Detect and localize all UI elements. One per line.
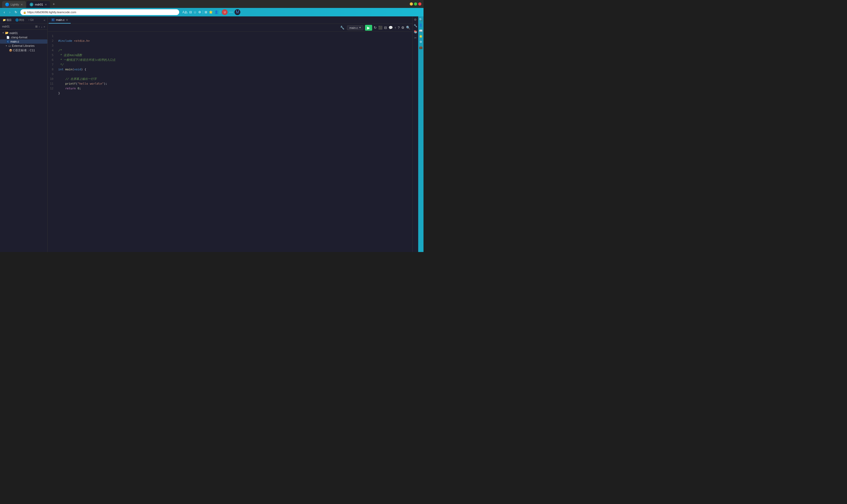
right-sidebar: ⚙ 🔧 📚 ✂ 🔵 → + <box>412 16 418 252</box>
addr-divider2 <box>220 10 220 14</box>
file-tree-extlibs-label: External Libraries <box>12 44 35 47</box>
file-tree-item-ext-libs[interactable]: ▼ 🗂 External Libraries <box>0 43 47 48</box>
ide-container: 📁 项目 🌐 网络 ⑂ Git « mdr01 ⊞ ↑ ↓ + <box>0 16 424 252</box>
maximize-button[interactable] <box>414 2 417 5</box>
right-sidebar-icon-2[interactable]: 🔧 <box>413 23 418 28</box>
project-breadcrumb: mdr01 ⊞ ↑ ↓ + <box>0 24 47 30</box>
right-sidebar-icon-1[interactable]: ⚙ <box>413 17 418 22</box>
code-editor: 123456789101112 #include <stdio.h> /* * … <box>48 32 412 252</box>
folder-open-icon: 📂 <box>5 31 9 35</box>
translate-icon[interactable]: Aあ <box>183 10 188 15</box>
split-editor-button[interactable]: ⊟ <box>384 26 387 30</box>
file-tree-mdr01-label: mdr01 <box>10 32 18 35</box>
refresh-button[interactable]: ↻ <box>14 10 18 15</box>
lightly-tab-icon <box>5 3 9 6</box>
sidebar-tab-network[interactable]: 🌐 网络 <box>14 18 26 22</box>
file-tree-item-c11[interactable]: 📦 C语言标准：C11 <box>0 48 47 53</box>
reload-button[interactable]: ↻ <box>374 26 377 30</box>
editor-tab-c-icon: C <box>51 18 55 21</box>
code-content[interactable]: #include <stdio.h> /* * 这是main函数 * 一般情况下… <box>56 32 412 252</box>
profiles-icon[interactable]: 👤 <box>214 10 218 14</box>
editor-tab-main-c[interactable]: C main.c ✕ <box>49 17 71 23</box>
address-text: https://d6d360fd.lightly.teamcode.com <box>27 11 76 14</box>
breadcrumb-text: mdr01 <box>2 25 10 28</box>
breadcrumb-add-icon[interactable]: + <box>44 25 45 28</box>
forward-button[interactable]: › <box>8 10 12 15</box>
line-numbers: 123456789101112 <box>48 32 56 252</box>
file-tree-item-main-c[interactable]: C main.c <box>0 39 47 43</box>
address-bar-actions: Aあ ⊟ ☆ ⚙ ⊞ ⭐ 👤 U ⋯ M <box>183 9 240 15</box>
settings-button[interactable]: ⚙ <box>401 26 404 30</box>
tab-lightly[interactable]: Lightly ✕ <box>2 1 26 8</box>
far-right-settings-icon[interactable]: ⚙ <box>419 40 423 44</box>
sidebar-toolbar: 📁 项目 🌐 网络 ⑂ Git « <box>0 16 47 24</box>
address-input[interactable]: 🔒 https://d6d360fd.lightly.teamcode.com <box>20 9 179 15</box>
action-toolbar: 🔧 main.c ▼ ▶ ↻ ⬛ ⊟ 💬 ↑ ? ⚙ 🔍 <box>48 24 412 32</box>
file-icon: 📄 <box>6 36 10 39</box>
far-right-search-icon[interactable]: 🔍 <box>418 17 423 22</box>
file-tree-item-mdr01[interactable]: ▼ 📂 mdr01 <box>0 31 47 35</box>
breadcrumb-view-icon[interactable]: ⊞ <box>35 25 38 28</box>
file-tree-c11-label: C语言标准：C11 <box>13 48 35 52</box>
mdr01-tab-close[interactable]: ✕ <box>45 3 47 6</box>
folder-icon: 📁 <box>3 19 6 21</box>
address-bar: ‹ › ↻ 🔒 https://d6d360fd.lightly.teamcod… <box>0 8 424 16</box>
breadcrumb-download-icon[interactable]: ↓ <box>41 25 42 28</box>
far-right-toolbar: 🔍 👤 📖 ⭐ ⚙ 💼 👤 🚩 📧 → ⚙ <box>418 16 424 252</box>
sidebar-icon[interactable]: ⊞ <box>205 10 207 14</box>
mdr01-tab-icon: ◇ <box>30 3 33 6</box>
search-editor-button[interactable]: 🔍 <box>406 26 410 30</box>
stop-button[interactable]: ⬛ <box>378 26 382 30</box>
sidebar-tab-project[interactable]: 📁 项目 <box>1 18 13 22</box>
arrow-down-icon: ▼ <box>2 32 4 34</box>
browser-chrome: Lightly ✕ ◇ mdr01 ✕ + <box>0 0 424 8</box>
far-right-briefcase-icon[interactable]: 💼 <box>418 45 423 50</box>
lang-selector[interactable]: main.c ▼ <box>347 25 363 30</box>
share-button[interactable]: ↑ <box>394 26 396 30</box>
c-file-icon: C <box>6 40 10 43</box>
help-button[interactable]: ? <box>398 26 400 30</box>
window-controls <box>410 2 421 5</box>
right-sidebar-icon-4[interactable]: ✂ <box>414 36 417 40</box>
git-icon: ⑂ <box>28 19 30 21</box>
breadcrumb-upload-icon[interactable]: ↑ <box>39 25 40 28</box>
close-button[interactable] <box>418 2 421 5</box>
run-button[interactable]: ▶ <box>365 25 372 31</box>
browser-icon[interactable]: ⚙ <box>198 10 201 14</box>
file-tree-mainc-label: main.c <box>11 40 19 43</box>
editor-area: C main.c ✕ 🔧 main.c ▼ ▶ ↻ ⬛ ⊟ 💬 ↑ ? ⚙ 🔍 <box>48 16 412 252</box>
collapse-sidebar-button[interactable]: « <box>42 19 46 22</box>
collections-icon[interactable]: ⭐ <box>209 10 213 14</box>
lang-chevron-icon: ▼ <box>359 26 361 29</box>
chat-button[interactable]: 💬 <box>388 26 393 30</box>
sidebar-tab-git[interactable]: ⑂ Git <box>27 18 35 22</box>
minimize-button[interactable] <box>410 2 413 5</box>
lang-selector-label: main.c <box>349 26 358 29</box>
mdr01-tab-label: mdr01 <box>35 3 43 6</box>
reader-icon[interactable]: ⊟ <box>189 10 192 14</box>
editor-tab-close-icon[interactable]: ✕ <box>66 19 68 21</box>
lightly-tab-close[interactable]: ✕ <box>21 3 23 6</box>
favorites-icon[interactable]: ☆ <box>193 10 197 14</box>
editor-tab-label: main.c <box>56 18 65 21</box>
more-options-icon[interactable]: ⋯ <box>229 10 233 14</box>
new-tab-button[interactable]: + <box>51 2 57 6</box>
tools-icon-button[interactable]: 🔧 <box>339 25 345 30</box>
editor-tab-bar: C main.c ✕ <box>48 16 412 24</box>
file-tree-item-clang-format[interactable]: 📄 .clang-format <box>0 35 47 39</box>
arrow-down-icon2: ▼ <box>5 45 7 47</box>
far-right-star-icon[interactable]: ⭐ <box>418 34 423 39</box>
far-right-person-icon[interactable]: 👤 <box>418 23 423 28</box>
ext-folder-icon: 🗂 <box>8 44 11 47</box>
network-icon: 🌐 <box>15 19 19 21</box>
back-button[interactable]: ‹ <box>3 10 6 15</box>
far-right-book-icon[interactable]: 📖 <box>418 29 423 33</box>
lightly-tab-label: Lightly <box>11 3 19 6</box>
right-sidebar-icon-3[interactable]: 📚 <box>413 30 418 34</box>
file-tree: ▼ 📂 mdr01 📄 .clang-format C main.c ▼ 🗂 E… <box>0 30 47 252</box>
extensions-icon[interactable]: M <box>235 9 240 15</box>
file-tree-clang-label: .clang-format <box>10 36 27 39</box>
tab-mdr01[interactable]: ◇ mdr01 ✕ <box>27 1 50 8</box>
profile-avatar[interactable]: U <box>222 9 228 15</box>
std-lib-icon: 📦 <box>9 49 12 52</box>
